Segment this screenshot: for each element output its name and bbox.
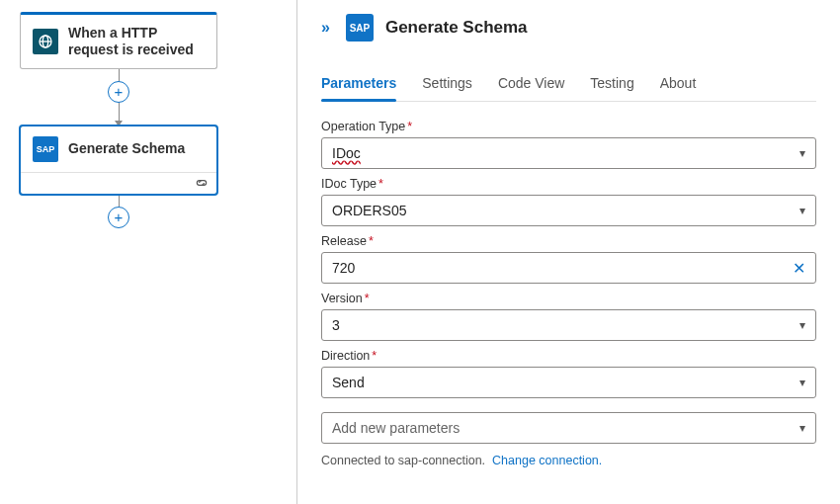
version-value: 3 [332,317,340,333]
trigger-node-title: When a HTTP request is received [68,25,205,58]
version-select[interactable]: 3 ▾ [321,309,816,341]
chevron-down-icon: ▾ [799,376,805,389]
designer-canvas: When a HTTP request is received + SAP Ge… [0,0,296,504]
add-new-parameters-select[interactable]: Add new parameters ▾ [321,412,816,444]
chevron-down-icon: ▾ [799,421,805,435]
operation-type-value: IDoc [332,145,361,161]
change-connection-link[interactable]: Change connection. [492,454,602,467]
idoc-type-label: IDoc Type* [321,177,816,191]
idoc-type-select[interactable]: ORDERS05 ▾ [321,195,816,226]
chevron-down-icon: ▾ [799,318,805,332]
direction-value: Send [332,375,365,390]
version-label: Version* [321,292,816,305]
panel-title: Generate Schema [385,18,528,38]
chevron-down-icon: ▾ [799,204,805,217]
add-step-button-end[interactable]: + [108,207,129,228]
operation-type-label: Operation Type* [321,120,816,133]
connection-indicator-icon [195,178,209,188]
release-input[interactable]: 720 ✕ [321,252,816,284]
release-label: Release* [321,234,816,248]
connection-name: sap-connection. [398,454,485,467]
action-node-generate-schema[interactable]: SAP Generate Schema [20,126,217,195]
operation-type-select[interactable]: IDoc ▾ [321,137,816,169]
add-new-parameters-placeholder: Add new parameters [332,420,460,436]
tab-about[interactable]: About [660,69,697,101]
tab-code-view[interactable]: Code View [498,69,564,101]
action-config-panel: » SAP Generate Schema Parameters Setting… [296,0,840,504]
idoc-type-value: ORDERS05 [332,203,406,218]
trigger-node-http-request[interactable]: When a HTTP request is received [20,12,217,69]
connection-footer: Connected to sap-connection. Change conn… [321,444,816,471]
release-value: 720 [332,260,355,276]
action-node-title: Generate Schema [68,140,185,157]
sap-icon: SAP [346,14,374,42]
tab-settings[interactable]: Settings [422,69,472,101]
tab-parameters[interactable]: Parameters [321,69,396,101]
http-request-icon [33,29,58,54]
add-step-button[interactable]: + [108,81,129,103]
tab-testing[interactable]: Testing [590,69,633,101]
connector-end: + [20,195,217,228]
chevron-down-icon: ▾ [799,146,805,160]
panel-tabs: Parameters Settings Code View Testing Ab… [321,69,816,102]
direction-select[interactable]: Send ▾ [321,367,816,398]
collapse-panel-button[interactable]: » [321,19,330,37]
direction-label: Direction* [321,349,816,363]
connected-to-label: Connected to [321,454,398,467]
connector: + [20,69,217,126]
clear-input-icon[interactable]: ✕ [793,259,805,278]
sap-icon: SAP [33,136,58,162]
